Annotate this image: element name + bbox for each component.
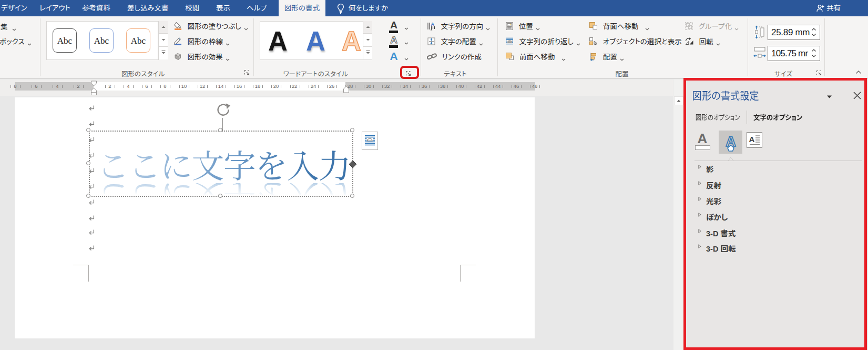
svg-text:A: A bbox=[431, 22, 435, 27]
svg-text:A: A bbox=[749, 135, 755, 144]
